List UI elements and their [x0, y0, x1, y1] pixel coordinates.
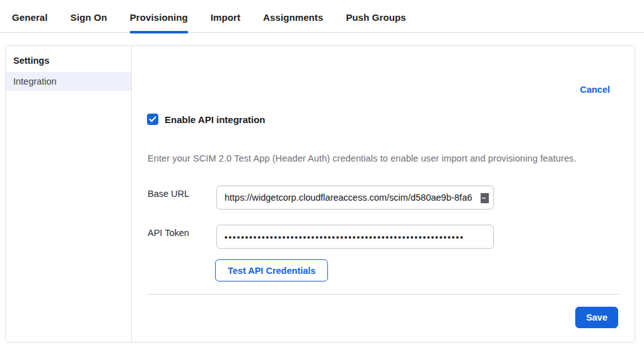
- tab-general[interactable]: General: [12, 12, 48, 32]
- save-button[interactable]: Save: [575, 307, 618, 328]
- cancel-button[interactable]: Cancel: [580, 85, 610, 95]
- tab-assignments[interactable]: Assignments: [263, 12, 323, 32]
- base-url-value: https://widgetcorp.cloudflareaccess.com/…: [225, 192, 472, 203]
- checkmark-icon: [149, 116, 156, 122]
- app-tabbar: General Sign On Provisioning Import Assi…: [0, 0, 644, 33]
- footer-divider: [148, 294, 619, 295]
- sidebar-item-integration[interactable]: Integration: [6, 72, 131, 91]
- enable-api-label: Enable API integration: [165, 114, 265, 125]
- enable-api-checkbox[interactable]: [147, 114, 158, 125]
- tab-provisioning[interactable]: Provisioning: [130, 12, 188, 32]
- base-url-label: Base URL: [148, 189, 189, 199]
- test-api-credentials-button[interactable]: Test API Credentials: [215, 259, 328, 281]
- api-token-label: API Token: [148, 228, 189, 238]
- api-token-value: ••••••••••••••••••••••••••••••••••••••••…: [225, 232, 464, 242]
- text-cursor: [481, 193, 489, 203]
- base-url-input[interactable]: https://widgetcorp.cloudflareaccess.com/…: [216, 186, 494, 210]
- sidebar-header-settings: Settings: [6, 46, 131, 72]
- tab-push-groups[interactable]: Push Groups: [346, 12, 406, 32]
- tab-import[interactable]: Import: [211, 12, 240, 32]
- credentials-description: Enter your SCIM 2.0 Test App (Header Aut…: [148, 153, 616, 163]
- api-token-input[interactable]: ••••••••••••••••••••••••••••••••••••••••…: [216, 225, 494, 249]
- enable-api-row: Enable API integration: [147, 114, 265, 125]
- settings-sidebar: Settings Integration: [6, 46, 132, 342]
- provisioning-panel: Settings Integration Cancel Enable API i…: [5, 45, 635, 343]
- tab-sign-on[interactable]: Sign On: [71, 12, 107, 32]
